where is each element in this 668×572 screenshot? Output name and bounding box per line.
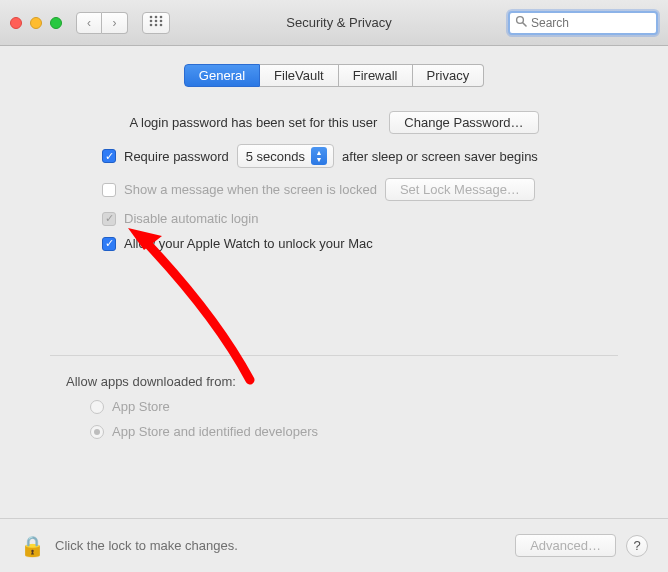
back-button[interactable]: ‹ — [76, 12, 102, 34]
login-password-label: A login password has been set for this u… — [129, 115, 377, 130]
allow-apps-label: Allow apps downloaded from: — [66, 374, 236, 389]
divider — [50, 355, 618, 356]
svg-point-1 — [155, 16, 158, 19]
nav-buttons: ‹ › — [76, 12, 128, 34]
checkmark-icon: ✓ — [105, 212, 114, 225]
minimize-window-button[interactable] — [30, 17, 42, 29]
svg-point-7 — [155, 24, 158, 27]
content-area: General FileVault Firewall Privacy A log… — [0, 46, 668, 439]
radio-app-store-identified-label: App Store and identified developers — [112, 424, 318, 439]
tab-general[interactable]: General — [184, 64, 260, 87]
footer: 🔒 Click the lock to make changes. Advanc… — [0, 518, 668, 572]
show-all-button[interactable] — [142, 12, 170, 34]
grid-icon — [149, 15, 163, 30]
tab-filevault[interactable]: FileVault — [260, 64, 339, 87]
lock-icon[interactable]: 🔒 — [20, 534, 45, 558]
checkmark-icon: ✓ — [105, 150, 114, 163]
radio-app-store-identified — [90, 425, 104, 439]
checkmark-icon: ✓ — [105, 237, 114, 250]
svg-point-4 — [155, 20, 158, 23]
tab-bar: General FileVault Firewall Privacy — [20, 64, 648, 87]
apple-watch-unlock-checkbox[interactable]: ✓ — [102, 237, 116, 251]
require-password-label: Require password — [124, 149, 229, 164]
change-password-button[interactable]: Change Password… — [389, 111, 538, 134]
forward-button[interactable]: › — [102, 12, 128, 34]
svg-point-6 — [150, 24, 153, 27]
svg-point-0 — [150, 16, 153, 19]
apple-watch-unlock-label: Allow your Apple Watch to unlock your Ma… — [124, 236, 373, 251]
svg-point-8 — [160, 24, 163, 27]
tab-privacy[interactable]: Privacy — [413, 64, 485, 87]
require-password-delay-value: 5 seconds — [246, 149, 305, 164]
svg-point-3 — [150, 20, 153, 23]
radio-app-store — [90, 400, 104, 414]
advanced-button[interactable]: Advanced… — [515, 534, 616, 557]
svg-point-9 — [517, 17, 524, 24]
close-window-button[interactable] — [10, 17, 22, 29]
zoom-window-button[interactable] — [50, 17, 62, 29]
window-controls — [10, 17, 62, 29]
chevron-right-icon: › — [113, 16, 117, 30]
general-panel: A login password has been set for this u… — [20, 111, 648, 439]
tab-firewall[interactable]: Firewall — [339, 64, 413, 87]
show-message-label: Show a message when the screen is locked — [124, 182, 377, 197]
search-icon — [515, 15, 527, 30]
after-sleep-label: after sleep or screen saver begins — [342, 149, 538, 164]
chevron-left-icon: ‹ — [87, 16, 91, 30]
radio-app-store-label: App Store — [112, 399, 170, 414]
require-password-delay-select[interactable]: 5 seconds ▲▼ — [237, 144, 334, 168]
stepper-arrows-icon: ▲▼ — [311, 147, 327, 165]
search-field-wrapper[interactable] — [508, 11, 658, 35]
search-input[interactable] — [531, 16, 668, 30]
window-title: Security & Privacy — [178, 15, 500, 30]
show-message-checkbox — [102, 183, 116, 197]
require-password-checkbox[interactable]: ✓ — [102, 149, 116, 163]
disable-auto-login-checkbox: ✓ — [102, 212, 116, 226]
help-icon: ? — [633, 538, 640, 553]
disable-auto-login-label: Disable automatic login — [124, 211, 258, 226]
titlebar: ‹ › Security & Privacy — [0, 0, 668, 46]
help-button[interactable]: ? — [626, 535, 648, 557]
svg-point-2 — [160, 16, 163, 19]
svg-line-10 — [523, 23, 526, 26]
set-lock-message-button: Set Lock Message… — [385, 178, 535, 201]
lock-text: Click the lock to make changes. — [55, 538, 505, 553]
svg-point-5 — [160, 20, 163, 23]
